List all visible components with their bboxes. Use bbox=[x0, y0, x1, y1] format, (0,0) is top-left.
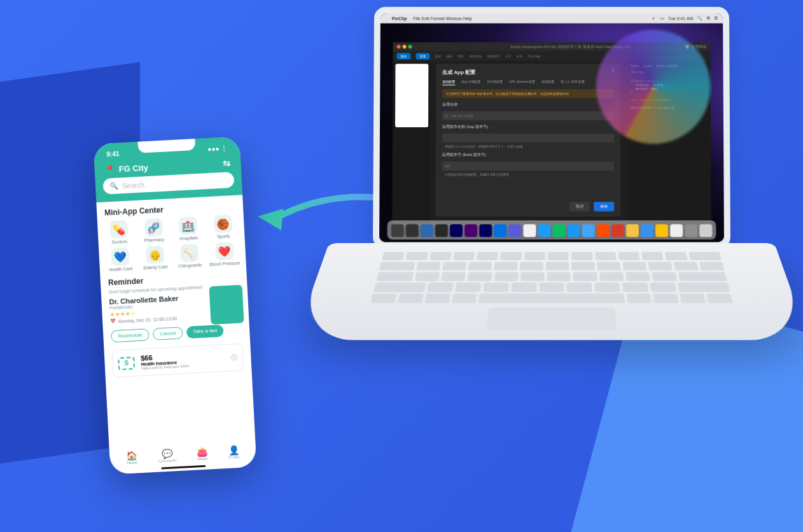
mac-menubar[interactable]: FinClip File Edit Format Window Help ᯤ ▭… bbox=[381, 13, 723, 24]
toolbar-item[interactable]: 登录 bbox=[435, 54, 441, 58]
dock-app-icon[interactable] bbox=[479, 224, 492, 237]
dock-app-icon[interactable] bbox=[523, 224, 536, 237]
devtools-panel[interactable]: StylesLayoutEvent Listeners :hov .cls + … bbox=[628, 61, 711, 227]
dock-app-icon[interactable] bbox=[406, 224, 419, 237]
nav-wallet[interactable]: 👛 Wallet bbox=[197, 447, 208, 461]
search-icon[interactable]: 🔍 bbox=[697, 16, 702, 21]
laptop-mockup: FinClip File Edit Format Window Help ᯤ ▭… bbox=[329, 6, 774, 465]
mini-app-item[interactable]: 🦴 Chiropractic bbox=[173, 243, 206, 269]
app-icon: 🦴 bbox=[180, 244, 199, 262]
warning-banner: ① 您并没下载需求的 App 集本号，以正确进行后续的的步骤操作，动态获取更新版… bbox=[442, 89, 614, 98]
ide-sidebar[interactable] bbox=[392, 61, 431, 227]
dock-app-icon[interactable] bbox=[435, 224, 448, 237]
nav-home[interactable]: 🏠 Home bbox=[126, 450, 137, 465]
devtools-tab[interactable]: Event Listeners bbox=[656, 64, 678, 67]
macos-dock[interactable] bbox=[388, 220, 716, 239]
dialog-tab[interactable]: 启动页配置 bbox=[487, 80, 503, 85]
dock-app-icon[interactable] bbox=[494, 224, 506, 237]
ide-toolbar[interactable]: 基本首页登录编译预览真机调试清除缓存上传发布生成 App bbox=[393, 51, 711, 61]
phone-mockup: 9:41 ●●● ⋮ 📍 FG City ⇆ 🔍 Search Mini-App… bbox=[94, 136, 257, 474]
toolbar-item[interactable]: 编译 bbox=[446, 54, 452, 58]
doctor-photo bbox=[209, 284, 244, 325]
devtools-tab[interactable]: Layout bbox=[643, 64, 652, 67]
swap-icon[interactable]: ⇆ bbox=[223, 158, 231, 169]
dock-app-icon[interactable] bbox=[464, 224, 477, 237]
dialog-tab[interactable]: 第三方 SDK 配置 bbox=[561, 80, 585, 85]
app-icon: 🏀 bbox=[213, 214, 232, 233]
dock-app-icon[interactable] bbox=[626, 224, 639, 237]
nav-icon: 💬 bbox=[161, 449, 172, 459]
toolbar-item[interactable]: 真机调试 bbox=[469, 54, 482, 58]
dialog-tabs[interactable]: 基础配置App 详情配置启动页配置URL Scheme 配置权限配置第三方 SD… bbox=[442, 80, 614, 85]
calendar-icon: 📅 bbox=[110, 319, 116, 324]
app-config-dialog: ✕ 生成 App 配置 基础配置App 详情配置启动页配置URL Scheme … bbox=[436, 64, 621, 216]
toolbar-item[interactable]: 上传 bbox=[505, 54, 511, 58]
mini-app-item[interactable]: 🧬 Pharmacy bbox=[137, 218, 170, 243]
dialog-cancel-button[interactable]: 取消 bbox=[569, 202, 590, 211]
mini-app-item[interactable]: 🏀 Sports bbox=[206, 214, 239, 240]
toolbar-item[interactable]: 预览 bbox=[457, 54, 464, 58]
cancel-button[interactable]: Cancel bbox=[153, 326, 183, 340]
info-icon[interactable]: ⓘ bbox=[231, 353, 238, 362]
toolbar-button[interactable]: 基本 bbox=[397, 53, 411, 59]
ide-window: finclip-miniprogram-FinClip | 跨端开发工具 服务器… bbox=[392, 42, 711, 227]
dialog-tab[interactable]: 基础配置 bbox=[442, 80, 455, 85]
dialog-tab[interactable]: URL Scheme 配置 bbox=[509, 80, 535, 85]
ticket-icon: S bbox=[118, 356, 135, 370]
nav-icon: 🏠 bbox=[126, 450, 137, 461]
dock-app-icon[interactable] bbox=[391, 224, 404, 237]
minimize-icon[interactable] bbox=[403, 45, 407, 48]
dock-app-icon[interactable] bbox=[685, 224, 697, 237]
app-icon: ❤️ bbox=[215, 242, 234, 260]
dock-app-icon[interactable] bbox=[538, 224, 550, 237]
devtools-tab[interactable]: Styles bbox=[631, 64, 639, 67]
dialog-tab[interactable]: App 详情配置 bbox=[461, 80, 480, 85]
mini-app-item[interactable]: ❤️ Blood Pressure bbox=[207, 242, 241, 267]
app-icon: 👴 bbox=[146, 246, 164, 264]
dialog-save-button[interactable]: 保存 bbox=[594, 202, 614, 211]
toolbar-button[interactable]: 首页 bbox=[415, 53, 429, 59]
list-icon[interactable]: ☰ bbox=[714, 16, 718, 21]
dock-app-icon[interactable] bbox=[568, 224, 580, 237]
dock-app-icon[interactable] bbox=[450, 224, 463, 237]
ide-titlebar[interactable]: finclip-miniprogram-FinClip | 跨端开发工具 服务器… bbox=[393, 42, 711, 51]
control-center-icon[interactable]: ⚙ bbox=[706, 16, 710, 21]
dock-app-icon[interactable] bbox=[699, 224, 712, 237]
dock-app-icon[interactable] bbox=[582, 224, 595, 237]
dock-app-icon[interactable] bbox=[508, 224, 521, 237]
nav-profile[interactable]: 👤 Profile bbox=[228, 445, 239, 459]
insurance-card[interactable]: S $66 Health Insurance Valid until 01 Fe… bbox=[112, 344, 244, 378]
dock-app-icon[interactable] bbox=[611, 224, 624, 237]
dock-app-icon[interactable] bbox=[421, 224, 433, 237]
mini-app-item[interactable]: 💙 Health Care bbox=[104, 247, 137, 272]
take-taxi-button[interactable]: Take a taxi bbox=[186, 325, 224, 339]
reschedule-button[interactable]: Reshedule bbox=[111, 328, 150, 342]
battery-icon[interactable]: ▭ bbox=[660, 16, 664, 21]
nav-comments[interactable]: 💬 Comments bbox=[157, 448, 176, 463]
app-name-input[interactable]: 如：App 的正式名称 bbox=[442, 111, 614, 120]
toolbar-item[interactable]: 清除缓存 bbox=[487, 54, 499, 58]
dock-app-icon[interactable] bbox=[670, 224, 683, 237]
wifi-icon[interactable]: ᯤ bbox=[652, 16, 656, 20]
mini-app-item[interactable]: 👴 Elderly Care bbox=[139, 245, 172, 270]
mini-app-item[interactable]: 🏥 Hospitals bbox=[172, 216, 205, 241]
mini-app-item[interactable]: 💊 Doctors bbox=[102, 220, 136, 245]
dialog-tab[interactable]: 权限配置 bbox=[541, 80, 554, 85]
dock-app-icon[interactable] bbox=[641, 224, 653, 237]
app-version-input[interactable] bbox=[442, 134, 614, 143]
build-version-input[interactable]: 100 bbox=[442, 162, 614, 171]
maximize-icon[interactable] bbox=[408, 45, 412, 48]
dock-app-icon[interactable] bbox=[553, 224, 566, 237]
doctor-card[interactable]: Dr. Charollette Baker Pediatrician ★★★★☆… bbox=[109, 291, 241, 325]
close-dialog-button[interactable]: ✕ bbox=[611, 67, 615, 73]
dock-app-icon[interactable] bbox=[597, 224, 610, 237]
close-icon[interactable] bbox=[397, 45, 401, 48]
dock-app-icon[interactable] bbox=[655, 224, 668, 237]
pin-icon: 📍 bbox=[104, 164, 115, 174]
toolbar-item[interactable]: 发布 bbox=[516, 54, 522, 58]
trophy-icon[interactable]: 🏆 bbox=[685, 45, 689, 49]
location-header[interactable]: 📍 FG City ⇆ bbox=[104, 158, 231, 174]
search-input[interactable]: 🔍 Search bbox=[102, 172, 234, 195]
simulator-preview[interactable] bbox=[395, 64, 428, 127]
toolbar-item[interactable]: 生成 App bbox=[527, 54, 540, 58]
